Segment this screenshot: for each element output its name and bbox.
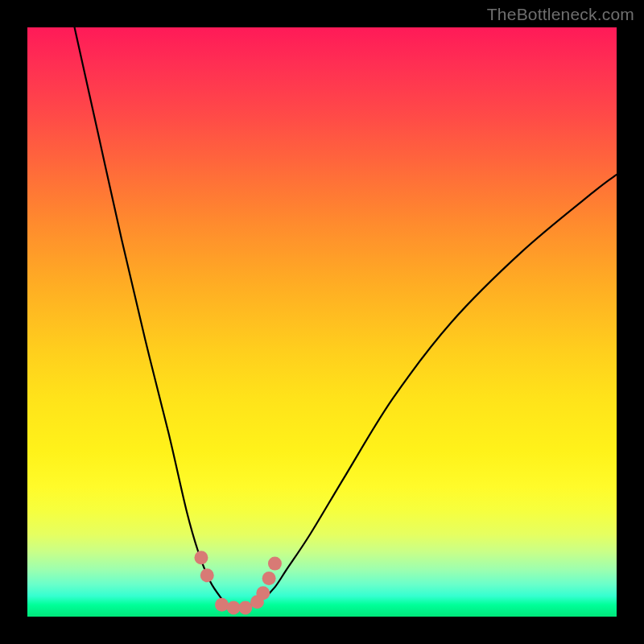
- marker-dot: [268, 557, 282, 571]
- marker-dot: [194, 551, 208, 564]
- highlight-markers: [194, 551, 282, 614]
- plot-area: [27, 27, 617, 617]
- marker-dot: [200, 568, 214, 582]
- marker-dot: [262, 572, 276, 585]
- chart-frame: TheBottleneck.com: [0, 0, 644, 644]
- bottleneck-curve: [75, 27, 617, 608]
- marker-dot: [238, 601, 252, 615]
- curve-layer: [27, 27, 617, 617]
- marker-dot: [215, 598, 229, 612]
- watermark-text: TheBottleneck.com: [487, 5, 634, 24]
- marker-dot: [227, 601, 241, 615]
- marker-dot: [256, 586, 270, 600]
